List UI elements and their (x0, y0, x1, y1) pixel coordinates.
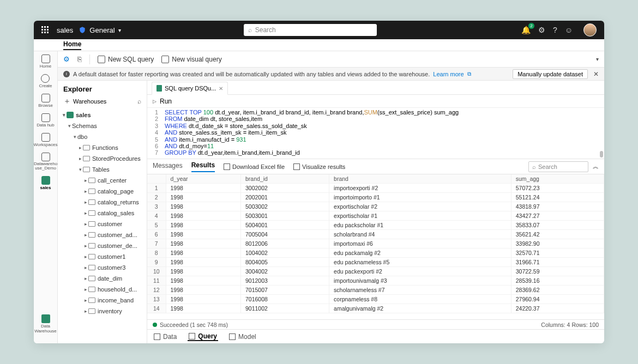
messages-tab[interactable]: Messages (153, 162, 183, 172)
table-row[interactable]: 919988004005edu packnameless #531966.71 (147, 258, 604, 267)
success-dot-icon (153, 323, 157, 327)
chevron-down-icon[interactable]: ▾ (118, 27, 121, 33)
table-row[interactable]: 1119989012003importounivamalg #328539.16 (147, 276, 604, 286)
main-area: Home Create Browse Data hub Workspaces D… (34, 51, 604, 343)
shield-icon (79, 26, 86, 34)
table-row[interactable]: 519985004001edu packscholar #135833.07 (147, 221, 604, 230)
learn-more-link[interactable]: Learn more (433, 71, 464, 77)
play-icon[interactable]: ▷ (153, 99, 157, 104)
view-model-tab[interactable]: Model (228, 333, 257, 341)
code-body[interactable]: SELECT TOP 100 dt.d_year, item.i_brand_i… (161, 108, 604, 159)
column-header[interactable]: d_year (166, 174, 241, 184)
table-row[interactable]: 1319987016008corpnameless #827960.94 (147, 295, 604, 304)
tree-item[interactable]: ▾dbo (58, 131, 147, 142)
add-warehouses-button[interactable]: ＋Warehouses (63, 96, 106, 106)
close-tab-icon[interactable]: ✕ (219, 86, 223, 92)
content-pane: ⚙ ⎘ New SQL query New visual query ▾ i A… (58, 51, 604, 343)
editor-area: SQL query DSQu... ✕ ▷ Run 1234567 SELECT… (147, 81, 604, 343)
visualize-results-button[interactable]: Visualize results (293, 163, 345, 170)
tree-item[interactable]: ▸StoredProcedures (58, 153, 147, 164)
workspaces-icon (41, 133, 50, 142)
line-gutter: 1234567 (147, 108, 161, 159)
rail-data-warehouse[interactable]: DataWarehouse (34, 314, 57, 333)
workspace-name[interactable]: sales (57, 26, 73, 34)
table-row[interactable]: 419985003001exportischolar #143427.27 (147, 211, 604, 221)
table-row[interactable]: 619987005004scholarbrand #435621.42 (147, 230, 604, 239)
table-row[interactable]: 1419989011002amalgunivamalg #224220.37 (147, 304, 604, 313)
new-visual-query-button[interactable]: New visual query (161, 56, 221, 63)
table-row[interactable]: 319985003002exportischolar #243818.97 (147, 202, 604, 211)
explorer-title: Explorer (58, 81, 147, 95)
download-excel-button[interactable]: Download Excel file (224, 163, 285, 170)
warehouse-active-icon (41, 176, 50, 185)
notifications-button[interactable]: 🔔2 (521, 26, 531, 34)
user-avatar[interactable] (583, 23, 597, 37)
feedback-smile-icon[interactable]: ☺ (565, 26, 573, 34)
rail-home[interactable]: Home (40, 54, 51, 69)
table-row[interactable]: 719988012006importomaxi #633982.90 (147, 239, 604, 248)
tree-item[interactable]: ▸catalog_page (58, 186, 147, 197)
column-header[interactable]: brand (329, 174, 511, 184)
rail-create[interactable]: Create (39, 74, 52, 88)
rail-datahub[interactable]: Data hub (37, 113, 54, 128)
tree-item[interactable]: ▸catalog_returns (58, 197, 147, 208)
tree-item[interactable]: ▸customer (58, 219, 147, 229)
bottom-view-tabs: Data Query Model (147, 329, 604, 343)
manually-update-button[interactable]: Manually update dataset (513, 69, 588, 79)
workspace-type[interactable]: General (89, 26, 115, 34)
search-icon[interactable]: ⌕ (137, 98, 141, 105)
tree-item[interactable]: ▸household_d... (58, 284, 147, 295)
run-toolbar: ▷ Run (147, 95, 604, 108)
tree-item[interactable]: ▸customer_ad... (58, 229, 147, 240)
editor-tab[interactable]: SQL query DSQu... ✕ (152, 82, 228, 95)
table-row[interactable]: 219982002001importoimporto #155121.24 (147, 193, 604, 202)
table-row[interactable]: 1019983004002edu packexporti #230722.59 (147, 267, 604, 276)
close-banner-icon[interactable]: ✕ (593, 70, 599, 78)
column-header[interactable]: sum_agg (511, 174, 604, 184)
tree-item[interactable]: ▸date_dim (58, 273, 147, 284)
chevron-down-icon[interactable]: ▾ (596, 56, 599, 62)
rail-dw-demo[interactable]: Datawareho use_Demo (34, 153, 57, 171)
table-row[interactable]: 119983002002importoexporti #257072.23 (147, 184, 604, 193)
refresh-icon[interactable]: ⎘ (77, 55, 82, 63)
rail-browse[interactable]: Browse (38, 94, 53, 108)
tree-item[interactable]: ▸catalog_sales (58, 208, 147, 219)
tree-item[interactable]: ▸call_center (58, 175, 147, 186)
datahub-icon (41, 113, 50, 122)
new-sql-query-button[interactable]: New SQL query (98, 56, 154, 63)
header-right-icons: 🔔2 ⚙ ? ☺ (521, 23, 597, 37)
code-editor[interactable]: 1234567 SELECT TOP 100 dt.d_year, item.i… (147, 108, 604, 159)
tree-item[interactable]: ▸customer1 (58, 251, 147, 262)
collapse-icon[interactable]: ︽ (593, 162, 599, 171)
breadcrumb-home[interactable]: Home (63, 40, 81, 50)
tree-item[interactable]: ▾sales (58, 110, 147, 120)
explorer-panel: Explorer ＋Warehouses ⌕ ▾sales▾Schemas▾db… (58, 81, 147, 343)
tree-item[interactable]: ▸income_band (58, 295, 147, 306)
settings-gear-icon[interactable]: ⚙ (538, 26, 545, 34)
tree-item[interactable]: ▸customer3 (58, 262, 147, 273)
gear-icon[interactable]: ⚙ (63, 55, 70, 63)
tree-item[interactable]: ▸customer_de... (58, 240, 147, 251)
tree-item[interactable]: ▸Functions (58, 142, 147, 153)
sql-tab-icon (157, 85, 162, 92)
column-header[interactable]: brand_id (241, 174, 329, 184)
scroll-indicator[interactable] (600, 151, 603, 157)
chart-icon (293, 163, 300, 170)
apps-launcher-icon[interactable] (41, 26, 49, 34)
rail-sales[interactable]: sales (40, 176, 51, 190)
results-table-wrap[interactable]: d_yearbrand_idbrandsum_agg 119983002002i… (147, 174, 604, 319)
rail-workspaces[interactable]: Workspaces (34, 133, 57, 147)
tree-item[interactable]: ▸inventory (58, 306, 147, 317)
global-search-input[interactable]: ⌕ Search (244, 24, 377, 36)
help-icon[interactable]: ? (553, 26, 557, 34)
run-label[interactable]: Run (160, 98, 172, 105)
view-data-tab[interactable]: Data (153, 333, 178, 341)
tree-item[interactable]: ▾Tables (58, 164, 147, 175)
results-search-input[interactable]: ⌕Search (528, 161, 588, 172)
tree-item[interactable]: ▾Schemas (58, 120, 147, 131)
results-table: d_yearbrand_idbrandsum_agg 119983002002i… (147, 174, 604, 313)
view-query-tab[interactable]: Query (188, 332, 218, 341)
results-tab[interactable]: Results (191, 161, 215, 172)
table-row[interactable]: 1219987015007scholarnameless #728369.62 (147, 286, 604, 295)
table-row[interactable]: 819981004002edu packamalg #232570.71 (147, 248, 604, 258)
